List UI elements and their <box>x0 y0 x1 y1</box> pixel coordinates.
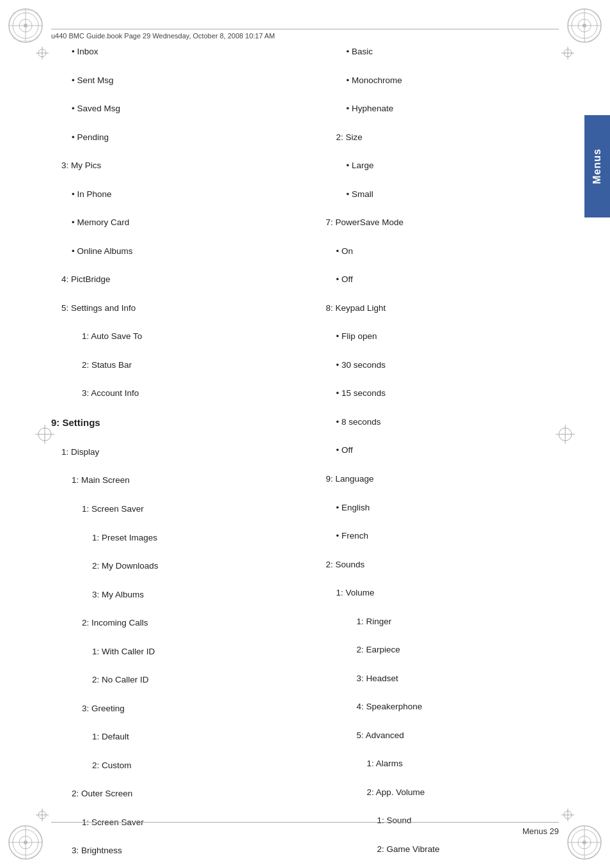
right-menu-item: • French <box>326 529 575 543</box>
book-reference: u440 BMC Guide.book Page 29 Wednesday, O… <box>51 32 275 40</box>
right-menu-item: 1: Alarms <box>326 757 575 771</box>
left-menu-item: • Sent Msg <box>51 74 301 88</box>
left-menu-item: 1: Auto Save To <box>51 329 301 343</box>
left-menu-item: • Inbox <box>51 45 301 59</box>
left-menu-item: 1: With Caller ID <box>51 645 301 659</box>
right-menu-item: • 8 seconds <box>326 415 575 429</box>
right-menu-item: 2: Sounds <box>326 558 575 572</box>
left-menu-item: • Saved Msg <box>51 102 301 116</box>
right-menu-item: 2: App. Volume <box>326 785 575 800</box>
left-menu-item: 2: Status Bar <box>51 358 301 372</box>
side-tab-label: Menus <box>591 148 603 184</box>
right-menu-item: 2: Size <box>326 130 575 145</box>
right-menu-item: 8: Keypad Light <box>326 301 575 315</box>
main-content: • Inbox• Sent Msg• Saved Msg• Pending3: … <box>51 45 575 804</box>
right-menu-item: • Off <box>326 272 575 287</box>
corner-decoration-tl <box>6 6 45 45</box>
crosshair-top-left <box>36 47 49 59</box>
right-menu-item: 7: PowerSave Mode <box>326 216 575 230</box>
corner-decoration-tr <box>565 6 604 45</box>
right-menu-item: • English <box>326 501 575 515</box>
left-menu-item: • In Phone <box>51 187 301 201</box>
left-column: • Inbox• Sent Msg• Saved Msg• Pending3: … <box>51 45 313 804</box>
left-menu-item: 2: My Downloads <box>51 559 301 573</box>
left-menu-item: 1: Display <box>51 445 301 459</box>
right-menu-item: • On <box>326 244 575 258</box>
left-menu-item: 2: No Caller ID <box>51 673 301 687</box>
right-menu-item: 3: Headset <box>326 672 575 686</box>
right-menu-item: 1: Ringer <box>326 615 575 629</box>
right-menu-item: 1: Volume <box>326 586 575 600</box>
right-menu-item: • Flip open <box>326 329 575 343</box>
left-menu-item: • Pending <box>51 130 301 145</box>
side-tab-menus: Menus <box>584 115 610 217</box>
right-menu-item: • 30 seconds <box>326 358 575 372</box>
crosshair-bottom-left <box>36 809 49 821</box>
left-menu-item: 2: Incoming Calls <box>51 616 301 630</box>
header-bar: u440 BMC Guide.book Page 29 Wednesday, O… <box>51 29 559 40</box>
page-number: Menus 29 <box>522 826 559 836</box>
left-menu-item: 1: Default <box>51 730 301 744</box>
left-menu-item: 2: Custom <box>51 759 301 773</box>
right-menu-item: • Hyphenate <box>326 102 575 116</box>
left-menu-item: 4: PictBridge <box>51 272 301 287</box>
left-menu-item: 3: Greeting <box>51 702 301 716</box>
left-menu-item: 1: Preset Images <box>51 531 301 545</box>
right-menu-item: • Monochrome <box>326 74 575 88</box>
left-menu-item: 5: Settings and Info <box>51 301 301 315</box>
left-menu-item: 9: Settings <box>51 415 301 431</box>
right-menu-item: 2: Game Vibrate <box>326 842 575 856</box>
left-menu-item: • Online Albums <box>51 244 301 258</box>
right-column: • Basic• Monochrome• Hyphenate2: Size• L… <box>313 45 575 804</box>
left-menu-item: • Memory Card <box>51 216 301 230</box>
right-menu-item: • Small <box>326 187 575 201</box>
left-menu-item: 3: Account Info <box>51 386 301 400</box>
right-menu-item: • Off <box>326 443 575 457</box>
left-menu-item: 1: Main Screen <box>51 473 301 487</box>
left-menu-item: 3: My Pics <box>51 159 301 173</box>
footer: Menus 29 <box>51 822 559 836</box>
right-menu-item: 9: Language <box>326 472 575 486</box>
right-menu-item: • 15 seconds <box>326 386 575 400</box>
right-menu-item: • Large <box>326 159 575 173</box>
left-menu-item: 3: My Albums <box>51 588 301 602</box>
right-menu-item: 5: Advanced <box>326 729 575 743</box>
right-menu-item: • Basic <box>326 45 575 59</box>
left-menu-item: 3: Brightness <box>51 844 301 858</box>
left-menu-item: 2: Outer Screen <box>51 787 301 801</box>
right-menu-item: 4: Speakerphone <box>326 700 575 714</box>
corner-decoration-bl <box>6 823 45 862</box>
right-menu-item: 2: Earpiece <box>326 643 575 657</box>
left-menu-item: 1: Screen Saver <box>51 502 301 516</box>
